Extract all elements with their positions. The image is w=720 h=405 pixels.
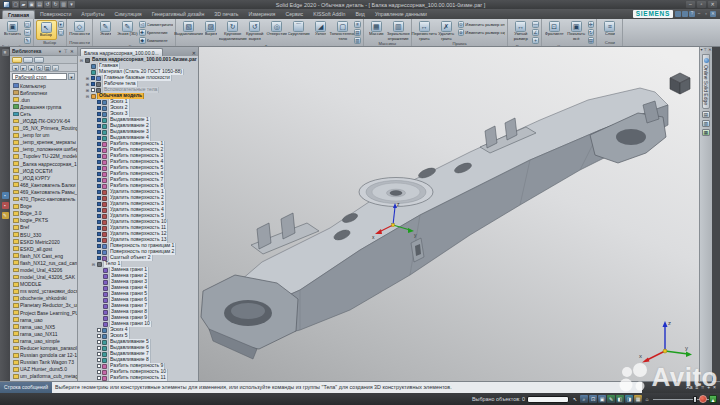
pathfinder-item[interactable]: ⊟Балка надрессорная_100.00.001-0изме.par: [78, 57, 198, 63]
tab-Атрибуты[interactable]: Атрибуты: [76, 10, 109, 19]
zoom-slider-handle[interactable]: [693, 396, 697, 403]
library-item[interactable]: Boge: [11, 203, 77, 210]
feature-checkbox[interactable]: [97, 256, 101, 260]
library-item[interactable]: _Tupolev TU-22M_modele: [11, 153, 77, 160]
expander-icon[interactable]: ⊞: [85, 76, 90, 81]
named-views-button[interactable]: ▤: [588, 37, 595, 44]
extrude-button[interactable]: ▧Выдавливание: [178, 20, 199, 44]
zoom-view-icon[interactable]: ⌕: [580, 395, 588, 403]
status-cap-icon[interactable]: ×: [713, 382, 716, 393]
library-item[interactable]: model_Ural_43206: [11, 266, 77, 273]
feature-checkbox[interactable]: [97, 352, 101, 356]
vent-button[interactable]: ▤: [354, 29, 361, 36]
resize-holes-button[interactable]: ⊙Изменить размер отверстий: [458, 21, 506, 28]
library-item[interactable]: Библиотеки: [11, 89, 77, 96]
select-options-button[interactable]: ▾: [58, 21, 65, 28]
status-cap-icon[interactable]: +: [707, 382, 710, 393]
feature-checkbox[interactable]: [97, 250, 101, 254]
library-item[interactable]: Russian Tank Wagon 73: [11, 359, 77, 366]
library-item[interactable]: ms word_установки_docs: [11, 288, 77, 295]
expander-icon[interactable]: ⊟: [85, 94, 90, 99]
revolve-button[interactable]: ↻Круговое выдавливание: [222, 20, 243, 44]
question-icon[interactable]: ?: [689, 11, 695, 17]
feature-checkbox[interactable]: [97, 184, 101, 188]
feature-checkbox[interactable]: [97, 202, 101, 206]
styles-icon[interactable]: ▥: [60, 1, 67, 8]
back-icon[interactable]: ◂: [12, 65, 19, 71]
chevron-down-icon[interactable]: ▼: [68, 73, 75, 80]
feature-checkbox[interactable]: [97, 238, 101, 242]
max-icon[interactable]: ▫: [703, 11, 709, 17]
library-item[interactable]: Сеть: [11, 110, 77, 117]
dim-coord-button[interactable]: +: [532, 37, 539, 44]
online-solid-edge-tab[interactable]: Online Solid Edge: [702, 54, 710, 109]
menu-icon[interactable]: ≡: [2, 49, 9, 56]
library-view-tab[interactable]: [23, 57, 33, 63]
radial-red-icon[interactable]: ▪: [2, 202, 9, 209]
component-button[interactable]: ◆Компонент: [139, 37, 173, 44]
feature-checkbox[interactable]: [97, 196, 101, 200]
pan-view-icon[interactable]: ↖: [571, 395, 579, 403]
fit-view-icon[interactable]: ▣: [598, 395, 606, 403]
feature-checkbox[interactable]: [97, 160, 101, 164]
feature-checkbox[interactable]: [97, 124, 101, 128]
feature-checkbox[interactable]: [97, 178, 101, 182]
library-item[interactable]: .dun: [11, 96, 77, 103]
new-document-icon[interactable]: ▢: [12, 1, 19, 8]
sketch-view-icon[interactable]: ✎: [607, 395, 615, 403]
shaded-view-icon[interactable]: ◧: [616, 395, 624, 403]
library-item[interactable]: bogie_PKTS: [11, 217, 77, 224]
library-item[interactable]: UAZ Hunter_duns5.0: [11, 366, 77, 373]
feature-checkbox[interactable]: [97, 370, 101, 374]
feature-checkbox[interactable]: [97, 220, 101, 224]
views-icon[interactable]: ▤: [44, 65, 51, 71]
dropdown-icon[interactable]: ▾: [68, 1, 75, 8]
library-item[interactable]: Bref: [11, 224, 77, 231]
library-view-tab[interactable]: [12, 57, 22, 63]
dim-distance-button[interactable]: ―: [532, 21, 539, 28]
zoom-area-view-icon[interactable]: ⊡: [589, 395, 597, 403]
tab-KISSoft AddIn[interactable]: KISSoft AddIn: [308, 10, 350, 19]
select-box-button[interactable]: ▢: [58, 29, 65, 36]
copy-button[interactable]: ▢: [24, 21, 31, 28]
radial-pen-icon[interactable]: ✎: [2, 212, 9, 219]
library-item[interactable]: _temp_крепеж_меркаты: [11, 139, 77, 146]
plane-button[interactable]: ◇Плоскости: [69, 20, 90, 40]
resize-rounds-button[interactable]: ⊚Изменить размер скруглений: [458, 29, 506, 36]
smart-dimension-button[interactable]: ↔Умный размер: [510, 20, 531, 44]
library-item[interactable]: _ИОД ОСЕТИ: [11, 167, 77, 174]
feature-checkbox[interactable]: [97, 172, 101, 176]
close-icon[interactable]: ✕: [69, 49, 75, 54]
status-cap-icon[interactable]: ≡: [695, 382, 698, 393]
feature-checkbox[interactable]: [91, 76, 95, 80]
tab-Вид[interactable]: Вид: [350, 10, 369, 19]
tab-3D печать[interactable]: 3D печать: [209, 10, 243, 19]
sketch-3d-button[interactable]: ✎Эскиз (3D): [117, 20, 138, 44]
forward-icon[interactable]: ▸: [20, 65, 27, 71]
feature-checkbox[interactable]: [97, 118, 101, 122]
close-icon[interactable]: ✕: [710, 11, 716, 17]
delete-face-button[interactable]: ✗Удалить грань: [436, 20, 457, 41]
library-item[interactable]: 468_Кантователь Балки: [11, 181, 77, 188]
move-face-button[interactable]: ↔Переместить грань: [414, 20, 435, 41]
tab-Симуляция[interactable]: Симуляция: [109, 10, 146, 19]
draft-button[interactable]: ◢Уклон: [310, 20, 331, 44]
library-item[interactable]: rama_uao: [11, 316, 77, 323]
print-icon[interactable]: ▤: [36, 1, 43, 8]
wireframe-view-icon[interactable]: ◨: [625, 395, 633, 403]
feature-checkbox[interactable]: [97, 334, 101, 338]
account-chip-icon[interactable]: [682, 11, 688, 17]
feature-checkbox[interactable]: [97, 148, 101, 152]
document-tab[interactable]: Балка надрессорная_100.00.0...: [80, 48, 163, 56]
dim-angle-button[interactable]: ∠: [532, 29, 539, 36]
tab-Генеративный дизайн[interactable]: Генеративный дизайн: [147, 10, 210, 19]
feature-checkbox[interactable]: [97, 208, 101, 212]
quick-view-input[interactable]: [527, 396, 569, 403]
library-item[interactable]: _Балка надрессорная_1: [11, 160, 77, 167]
library-item[interactable]: BSU_330: [11, 231, 77, 238]
redo-icon[interactable]: ↻: [52, 1, 59, 8]
library-item[interactable]: Reducer kompas_parasole: [11, 344, 77, 351]
library-item[interactable]: rama_uao_NX11: [11, 330, 77, 337]
library-item[interactable]: _temp for um: [11, 132, 77, 139]
library-item[interactable]: um_platforma_cub_metagl: [11, 373, 77, 380]
